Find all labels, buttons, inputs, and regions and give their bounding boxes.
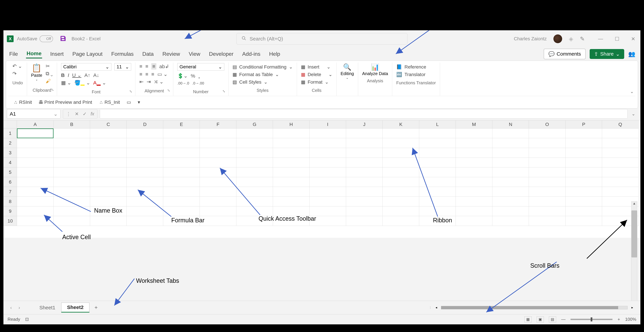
cell[interactable] bbox=[346, 167, 383, 177]
cut-icon[interactable]: ✂ bbox=[46, 63, 50, 69]
cell[interactable] bbox=[492, 148, 529, 158]
cell[interactable] bbox=[54, 216, 90, 226]
dialog-launcher-icon[interactable]: ⤡ bbox=[51, 88, 54, 92]
cell[interactable] bbox=[456, 158, 492, 167]
cell[interactable] bbox=[602, 167, 639, 177]
cell[interactable] bbox=[236, 167, 273, 177]
border-icon[interactable]: ▦ ⌄ bbox=[61, 80, 71, 86]
cell[interactable] bbox=[566, 138, 602, 148]
cell[interactable] bbox=[163, 148, 200, 158]
cell[interactable] bbox=[54, 158, 90, 167]
cell[interactable] bbox=[310, 177, 346, 187]
sheet-tab-1[interactable]: Sheet1 bbox=[34, 303, 61, 312]
cell[interactable] bbox=[602, 187, 639, 197]
cell[interactable] bbox=[163, 128, 200, 138]
italic-button[interactable]: I bbox=[68, 72, 69, 78]
col-header-A[interactable]: A bbox=[17, 120, 54, 128]
cell[interactable] bbox=[17, 187, 54, 197]
cell[interactable] bbox=[383, 138, 419, 148]
format-as-table-button[interactable]: ▦Format as Table⌄ bbox=[232, 71, 293, 78]
cancel-formula-icon[interactable]: ✕ bbox=[75, 111, 79, 117]
row-header-6[interactable]: 6 bbox=[4, 177, 17, 187]
align-top-icon[interactable]: ≡ bbox=[140, 64, 142, 69]
cell[interactable] bbox=[310, 138, 346, 148]
cell[interactable] bbox=[492, 167, 529, 177]
maximize-button[interactable]: ☐ bbox=[615, 36, 619, 42]
cell[interactable] bbox=[529, 128, 566, 138]
reference-button[interactable]: 📘Reference bbox=[396, 63, 436, 71]
cell[interactable] bbox=[529, 167, 566, 177]
col-header-C[interactable]: C bbox=[90, 120, 127, 128]
cell[interactable] bbox=[383, 148, 419, 158]
cell[interactable] bbox=[90, 167, 127, 177]
number-format-select[interactable]: General⌄ bbox=[177, 63, 224, 71]
cell[interactable] bbox=[54, 206, 90, 216]
cell[interactable] bbox=[200, 177, 236, 187]
present-icon[interactable]: 👥 bbox=[628, 51, 635, 57]
cell[interactable] bbox=[310, 148, 346, 158]
align-right-icon[interactable]: ≡ bbox=[151, 71, 154, 77]
cell[interactable] bbox=[273, 197, 310, 206]
name-box[interactable]: A1⌄ bbox=[7, 109, 60, 119]
cell[interactable] bbox=[310, 167, 346, 177]
scroll-left-icon[interactable]: ◄ bbox=[435, 306, 438, 309]
cell[interactable] bbox=[236, 148, 273, 158]
view-normal-icon[interactable]: ▦ bbox=[524, 316, 532, 322]
cell[interactable] bbox=[236, 158, 273, 167]
col-header-H[interactable]: H bbox=[273, 120, 310, 128]
cell[interactable] bbox=[529, 177, 566, 187]
sheet-nav-right-icon[interactable]: › bbox=[15, 305, 23, 310]
cell[interactable] bbox=[602, 158, 639, 167]
enter-formula-icon[interactable]: ✓ bbox=[83, 111, 86, 117]
cell[interactable] bbox=[346, 177, 383, 187]
font-color-icon[interactable]: A ⌄ bbox=[93, 80, 106, 86]
cell[interactable] bbox=[383, 167, 419, 177]
paste-button[interactable]: 📋 Paste ⌄ bbox=[31, 63, 42, 86]
tab-insert[interactable]: Insert bbox=[50, 50, 64, 58]
cell[interactable] bbox=[383, 177, 419, 187]
tab-developer[interactable]: Developer bbox=[208, 50, 234, 58]
cell[interactable] bbox=[17, 148, 54, 158]
col-header-N[interactable]: N bbox=[492, 120, 529, 128]
accounting-icon[interactable]: 💲⌄ bbox=[177, 73, 188, 79]
cell[interactable] bbox=[90, 187, 127, 197]
diamond-icon[interactable]: ◈ bbox=[569, 36, 573, 42]
tab-file[interactable]: File bbox=[8, 50, 18, 58]
col-header-F[interactable]: F bbox=[200, 120, 236, 128]
dialog-launcher-icon[interactable]: ⤡ bbox=[129, 89, 132, 93]
cell[interactable] bbox=[90, 148, 127, 158]
qat-form-icon[interactable]: ▭ bbox=[127, 99, 131, 105]
cell[interactable] bbox=[346, 128, 383, 138]
cell[interactable] bbox=[529, 158, 566, 167]
comma-icon[interactable]: , bbox=[198, 72, 200, 79]
zoom-out-icon[interactable]: — bbox=[561, 317, 566, 322]
col-header-I[interactable]: I bbox=[310, 120, 346, 128]
delete-cells-button[interactable]: ▦Delete ⌄ bbox=[301, 71, 332, 78]
col-header-P[interactable]: P bbox=[566, 120, 602, 128]
cell[interactable] bbox=[273, 148, 310, 158]
cell[interactable] bbox=[456, 128, 492, 138]
vscroll-thumb[interactable] bbox=[632, 210, 637, 257]
cell[interactable] bbox=[200, 138, 236, 148]
coming-soon-icon[interactable]: ✎ bbox=[580, 36, 584, 42]
tab-home[interactable]: Home bbox=[26, 49, 42, 59]
cell[interactable] bbox=[492, 216, 529, 226]
fill-color-icon[interactable]: 🪣 ⌄ bbox=[74, 80, 90, 86]
align-middle-icon[interactable]: ≡ bbox=[146, 64, 148, 69]
align-bottom-icon[interactable]: ≡ bbox=[151, 63, 156, 70]
row-header-8[interactable]: 8 bbox=[4, 197, 17, 206]
copy-icon[interactable]: ⧉ ⌄ bbox=[46, 71, 53, 77]
cell[interactable] bbox=[346, 158, 383, 167]
cell[interactable] bbox=[529, 148, 566, 158]
cell[interactable] bbox=[310, 158, 346, 167]
col-header-K[interactable]: K bbox=[383, 120, 419, 128]
cell[interactable] bbox=[236, 177, 273, 187]
cell[interactable] bbox=[90, 128, 127, 138]
align-center-icon[interactable]: ≡ bbox=[146, 71, 148, 77]
redo-icon[interactable]: ↷ bbox=[12, 71, 16, 77]
dialog-launcher-icon[interactable]: ⤡ bbox=[222, 89, 225, 93]
cell[interactable] bbox=[54, 177, 90, 187]
cell[interactable] bbox=[566, 177, 602, 187]
cell[interactable] bbox=[17, 206, 54, 216]
cell[interactable] bbox=[200, 158, 236, 167]
